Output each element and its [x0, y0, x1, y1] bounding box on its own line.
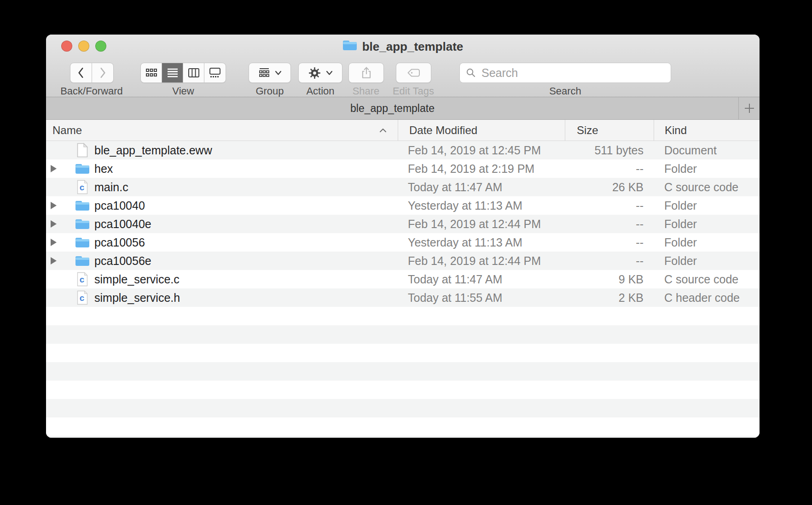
disclosure-triangle[interactable]	[49, 239, 58, 246]
file-kind: Folder	[654, 252, 760, 270]
tab-ble-app-template[interactable]: ble_app_template	[46, 97, 739, 119]
file-date-modified: Today at 11:47 AM	[398, 178, 565, 196]
file-name: pca10056	[94, 236, 145, 249]
c-file-icon: c	[76, 272, 88, 287]
column-header-name[interactable]: Name	[46, 120, 398, 141]
back-button[interactable]	[70, 63, 92, 82]
view-label: View	[172, 85, 194, 97]
folder-icon	[75, 218, 90, 230]
view-icons-button[interactable]	[141, 63, 162, 82]
window-title-text: ble_app_template	[362, 40, 464, 54]
file-row[interactable]: pca10040 Yesterday at 11:13 AM -- Folder	[46, 196, 760, 215]
chevron-down-icon	[275, 70, 282, 76]
view-list-button[interactable]	[162, 63, 183, 82]
file-size: --	[565, 233, 654, 252]
title-folder-icon	[342, 39, 357, 54]
file-name: pca10040	[94, 199, 145, 212]
sort-ascending-icon	[379, 128, 387, 133]
file-kind: C source code	[654, 270, 760, 288]
toolbar-labels: Back/Forward View Group Action Share Edi…	[46, 85, 760, 97]
file-name: main.c	[94, 181, 128, 194]
toolbar	[46, 63, 760, 83]
file-row[interactable]: pca10040e Feb 14, 2019 at 12:44 PM -- Fo…	[46, 215, 760, 233]
file-date-modified: Yesterday at 11:13 AM	[398, 233, 565, 252]
file-kind: Folder	[654, 196, 760, 215]
share-button[interactable]	[348, 63, 384, 83]
action-label: Action	[306, 85, 334, 97]
document-icon	[76, 143, 88, 158]
file-date-modified: Feb 14, 2019 at 12:44 PM	[398, 252, 565, 270]
file-name: pca10056e	[94, 254, 151, 268]
file-kind: C header code	[654, 288, 760, 307]
file-name: pca10040e	[94, 217, 151, 231]
back-forward-label: Back/Forward	[60, 85, 123, 97]
column-header-size[interactable]: Size	[565, 120, 654, 141]
window-title: ble_app_template	[46, 40, 760, 53]
view-gallery-button[interactable]	[204, 63, 226, 82]
search-label: Search	[549, 85, 581, 97]
disclosure-triangle[interactable]	[49, 165, 58, 172]
gear-icon	[308, 67, 321, 79]
file-name: simple_service.c	[94, 273, 180, 286]
new-tab-button[interactable]	[738, 97, 760, 119]
column-header-date-modified[interactable]: Date Modified	[398, 120, 565, 141]
file-size: --	[565, 159, 654, 178]
file-row[interactable]: ble_app_template.eww Feb 14, 2019 at 12:…	[46, 141, 760, 159]
folder-icon	[75, 200, 90, 211]
file-row[interactable]: pca10056 Yesterday at 11:13 AM -- Folder	[46, 233, 760, 252]
file-kind: Folder	[654, 233, 760, 252]
title-bar: ble_app_template	[46, 35, 760, 97]
file-row[interactable]: c simple_service.h Today at 11:55 AM 2 K…	[46, 288, 760, 307]
file-row[interactable]: c simple_service.c Today at 11:47 AM 9 K…	[46, 270, 760, 288]
file-name: hex	[94, 162, 113, 176]
share-label: Share	[353, 85, 380, 97]
svg-text:c: c	[80, 293, 85, 303]
svg-text:c: c	[80, 275, 85, 284]
icon-view-icon	[145, 67, 157, 78]
forward-button[interactable]	[92, 63, 114, 82]
folder-icon	[75, 255, 90, 267]
view-columns-button[interactable]	[183, 63, 204, 82]
chevron-down-icon	[326, 70, 333, 76]
share-icon	[360, 66, 372, 79]
file-date-modified: Yesterday at 11:13 AM	[398, 196, 565, 215]
action-button[interactable]	[298, 63, 342, 83]
column-header-kind[interactable]: Kind	[654, 120, 760, 141]
file-date-modified: Feb 14, 2019 at 2:19 PM	[398, 159, 565, 178]
folder-icon	[75, 236, 90, 248]
file-size: 511 bytes	[565, 141, 654, 159]
folder-icon	[75, 163, 90, 175]
c-file-icon: c	[76, 290, 88, 305]
back-forward-group	[70, 63, 114, 83]
search-input[interactable]	[481, 66, 665, 80]
disclosure-triangle[interactable]	[49, 202, 58, 209]
file-kind: Folder	[654, 159, 760, 178]
group-icon	[258, 67, 270, 78]
group-label: Group	[255, 85, 284, 97]
file-row[interactable]: hex Feb 14, 2019 at 2:19 PM -- Folder	[46, 159, 760, 178]
file-name: ble_app_template.eww	[94, 144, 212, 157]
chevron-right-icon	[98, 67, 108, 79]
file-date-modified: Today at 11:47 AM	[398, 270, 565, 288]
file-date-modified: Feb 14, 2019 at 12:45 PM	[398, 141, 565, 159]
file-size: --	[565, 215, 654, 233]
search-field[interactable]	[459, 63, 671, 83]
tab-title: ble_app_template	[350, 102, 435, 115]
disclosure-triangle[interactable]	[49, 220, 58, 228]
file-kind: C source code	[654, 178, 760, 196]
file-date-modified: Feb 14, 2019 at 12:44 PM	[398, 215, 565, 233]
file-kind: Document	[654, 141, 760, 159]
file-row[interactable]: pca10056e Feb 14, 2019 at 12:44 PM -- Fo…	[46, 252, 760, 270]
chevron-left-icon	[76, 67, 86, 79]
file-kind: Folder	[654, 215, 760, 233]
group-button[interactable]	[249, 63, 291, 83]
edit-tags-label: Edit Tags	[393, 85, 434, 97]
plus-icon	[744, 103, 755, 114]
finder-window: ble_app_template	[46, 35, 760, 438]
c-file-icon: c	[76, 180, 88, 194]
file-row[interactable]: c main.c Today at 11:47 AM 26 KB C sourc…	[46, 178, 760, 196]
disclosure-triangle[interactable]	[49, 257, 58, 264]
edit-tags-button[interactable]	[396, 63, 431, 83]
file-size: 9 KB	[565, 270, 654, 288]
list-header: Name Date Modified Size Kind	[46, 120, 760, 141]
